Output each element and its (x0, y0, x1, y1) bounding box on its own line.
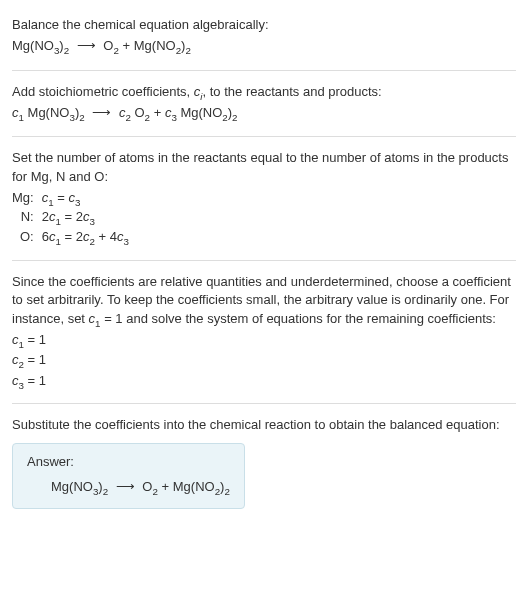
atom-row-o: O: 6c1 = 2c2 + 4c3 (12, 227, 129, 247)
answer-box: Answer: Mg(NO3)2 ⟶ O2 + Mg(NO2)2 (12, 443, 245, 510)
instruction-solve: Since the coefficients are relative quan… (12, 273, 516, 328)
atom-label-mg: Mg: (12, 188, 42, 208)
product-mgno2: Mg(NO2)2 (134, 38, 191, 53)
divider (12, 403, 516, 404)
instruction-balance: Balance the chemical equation algebraica… (12, 16, 516, 34)
instruction-substitute: Substitute the coefficients into the che… (12, 416, 516, 434)
answer-arrow: ⟶ (112, 479, 139, 494)
section-atoms: Set the number of atoms in the reactants… (12, 141, 516, 256)
section-solve: Since the coefficients are relative quan… (12, 265, 516, 399)
reactant-mgno3: Mg(NO3)2 (12, 38, 69, 53)
atom-eq-mg: c1 = c3 (42, 188, 129, 208)
solution-c1: c1 = 1 (12, 330, 516, 350)
equation-initial: Mg(NO3)2 ⟶ O2 + Mg(NO2)2 (12, 36, 516, 56)
instruction-atoms: Set the number of atoms in the reactants… (12, 149, 516, 185)
atom-eq-o: 6c1 = 2c2 + 4c3 (42, 227, 129, 247)
product-o2-coef: O2 (134, 105, 150, 120)
atom-row-n: N: 2c1 = 2c3 (12, 207, 129, 227)
instruction-coefficients: Add stoichiometric coefficients, ci, to … (12, 83, 516, 101)
divider (12, 136, 516, 137)
section-substitute: Substitute the coefficients into the che… (12, 408, 516, 517)
answer-product-mgno2: Mg(NO2)2 (173, 479, 230, 494)
atom-label-o: O: (12, 227, 42, 247)
equation-coefficients: c1 Mg(NO3)2 ⟶ c2 O2 + c3 Mg(NO2)2 (12, 103, 516, 123)
answer-label: Answer: (27, 454, 230, 469)
reaction-arrow: ⟶ (73, 38, 100, 53)
solution-c3: c3 = 1 (12, 371, 516, 391)
answer-equation: Mg(NO3)2 ⟶ O2 + Mg(NO2)2 (27, 477, 230, 497)
atom-equations: Mg: c1 = c3 N: 2c1 = 2c3 O: 6c1 = 2c2 + … (12, 188, 129, 247)
product-o2: O2 (103, 38, 119, 53)
section-balance: Balance the chemical equation algebraica… (12, 8, 516, 66)
reactant-mgno3-coef: Mg(NO3)2 (28, 105, 85, 120)
divider (12, 260, 516, 261)
atom-row-mg: Mg: c1 = c3 (12, 188, 129, 208)
divider (12, 70, 516, 71)
atom-label-n: N: (12, 207, 42, 227)
product-mgno2-coef: Mg(NO2)2 (180, 105, 237, 120)
section-coefficients: Add stoichiometric coefficients, ci, to … (12, 75, 516, 133)
answer-product-o2: O2 (142, 479, 158, 494)
solution-c2: c2 = 1 (12, 350, 516, 370)
reaction-arrow-coef: ⟶ (88, 105, 115, 120)
atom-eq-n: 2c1 = 2c3 (42, 207, 129, 227)
answer-reactant: Mg(NO3)2 (51, 479, 108, 494)
